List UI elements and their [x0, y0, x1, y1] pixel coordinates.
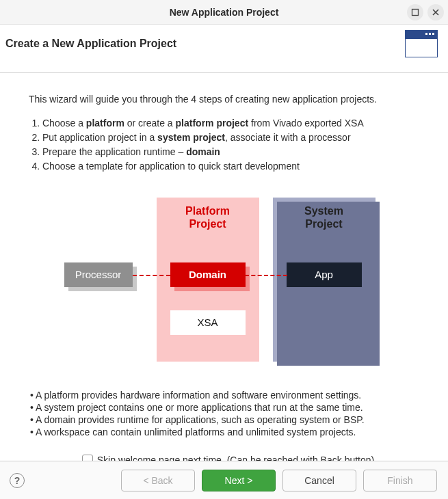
back-button[interactable]: < Back — [121, 470, 195, 491]
close-button[interactable] — [427, 4, 444, 21]
next-button[interactable]: Next > — [202, 470, 276, 491]
notes: • A platform provides hardware informati… — [29, 389, 427, 439]
dialog-header: Create a New Application Project — [0, 25, 448, 73]
page-title: Create a New Application Project — [5, 38, 176, 50]
note-item: • A platform provides hardware informati… — [30, 389, 427, 401]
step-1: Choose a platform or create a platform p… — [42, 117, 427, 130]
step-4: Choose a template for application to qui… — [42, 160, 427, 173]
dialog-content: This wizard will guide you through the 4… — [0, 73, 448, 466]
connector-line — [133, 275, 170, 276]
steps-list: Choose a platform or create a platform p… — [29, 117, 427, 173]
help-button[interactable]: ? — [10, 473, 25, 488]
svg-rect-0 — [412, 10, 419, 16]
processor-box: Processor — [64, 262, 133, 287]
step-2: Put application project in a system proj… — [42, 131, 427, 144]
connector-line — [245, 275, 287, 276]
system-project-box: System Project App — [273, 198, 375, 362]
title-bar: New Application Project — [0, 0, 448, 25]
cancel-button[interactable]: Cancel — [282, 470, 356, 491]
step-3: Prepare the application runtime – domain — [42, 146, 427, 159]
window-title: New Application Project — [170, 7, 279, 18]
intro-text: This wizard will guide you through the 4… — [29, 94, 427, 105]
finish-button[interactable]: Finish — [363, 470, 437, 491]
domain-box: Domain — [170, 262, 246, 287]
maximize-button[interactable] — [407, 4, 423, 21]
note-item: • A domain provides runtime for applicat… — [30, 414, 427, 426]
dialog-footer: ? < Back Next > Cancel Finish — [0, 461, 448, 499]
platform-project-box: Platform Project Domain XSA — [157, 198, 259, 362]
wizard-icon — [405, 30, 438, 57]
note-item: • A workspace can contain unlimited plat… — [30, 426, 427, 438]
note-item: • A system project contains one or more … — [30, 401, 427, 414]
architecture-diagram: Processor Platform Project Domain XSA Sy… — [64, 198, 393, 368]
app-box: App — [287, 262, 362, 287]
xsa-box: XSA — [170, 310, 246, 335]
